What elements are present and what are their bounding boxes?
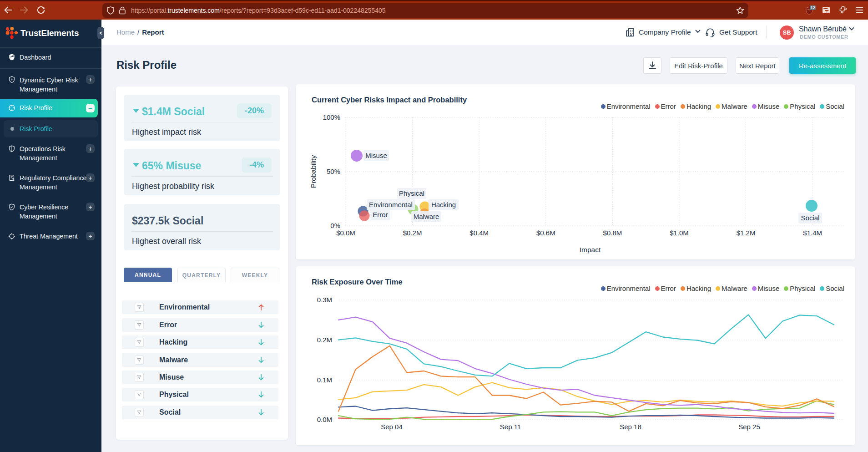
svg-text:$0.2M: $0.2M: [403, 229, 422, 237]
svg-text:Sep 04: Sep 04: [381, 423, 403, 431]
svg-text:Physical: Physical: [399, 189, 424, 197]
svg-text:Sep 18: Sep 18: [620, 423, 641, 431]
svg-text:0.2M: 0.2M: [317, 336, 332, 344]
svg-text:50%: 50%: [327, 168, 340, 175]
svg-text:Impact: Impact: [580, 246, 601, 254]
svg-text:Hacking: Hacking: [431, 201, 456, 208]
svg-text:Probability: Probability: [309, 155, 317, 188]
svg-text:100%: 100%: [323, 113, 340, 121]
svg-text:Sep 11: Sep 11: [500, 423, 521, 431]
svg-text:Sep 25: Sep 25: [738, 423, 760, 431]
svg-text:$0.8M: $0.8M: [603, 229, 622, 237]
svg-text:Social: Social: [801, 214, 820, 222]
svg-text:0.1M: 0.1M: [317, 376, 332, 384]
svg-text:$0.4M: $0.4M: [469, 229, 489, 237]
svg-text:$1.0M: $1.0M: [670, 229, 689, 237]
svg-text:12: 12: [810, 5, 815, 10]
svg-text:0.0M: 0.0M: [317, 416, 332, 423]
svg-text:Misuse: Misuse: [365, 152, 387, 159]
svg-text:Error: Error: [373, 211, 388, 218]
svg-text:Malware: Malware: [414, 213, 439, 220]
svg-text:$1.4M: $1.4M: [803, 229, 822, 237]
svg-text:$0.6M: $0.6M: [536, 229, 555, 237]
svg-text:0.3M: 0.3M: [317, 296, 332, 304]
svg-text:$0.0M: $0.0M: [336, 229, 355, 237]
svg-text:0%: 0%: [330, 222, 340, 229]
svg-text:$1.2M: $1.2M: [737, 229, 756, 237]
svg-text:Environmental: Environmental: [369, 201, 413, 208]
